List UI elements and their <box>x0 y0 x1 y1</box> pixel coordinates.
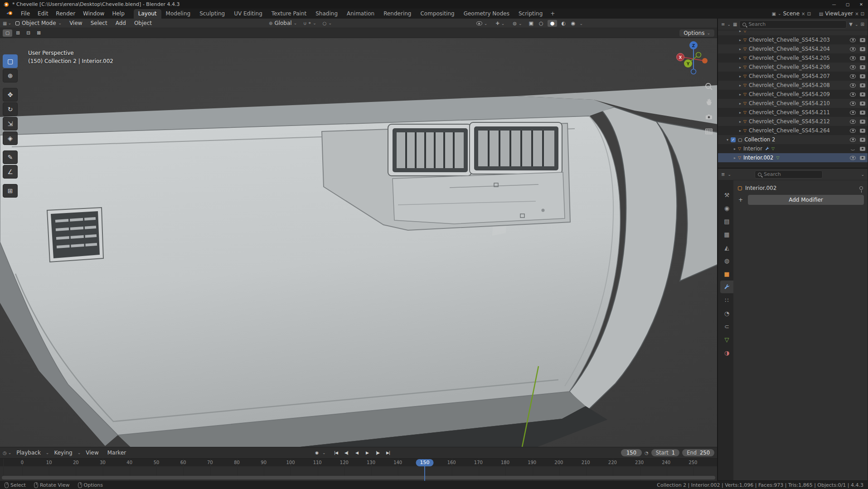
shading-material[interactable]: ◐ <box>560 20 567 26</box>
object-name[interactable]: Chevrolet_Chevelle_SS454.209 <box>749 91 830 97</box>
object-name[interactable]: Chevrolet_Chevelle_SS454.205 <box>749 55 830 61</box>
hide-viewport-icon[interactable] <box>850 138 856 142</box>
expand-icon[interactable]: ▸ <box>737 129 743 133</box>
expand-icon[interactable]: ▸ <box>737 65 743 69</box>
menu-keying[interactable]: Keying <box>50 449 76 457</box>
menu-file[interactable]: File <box>17 10 34 18</box>
outliner-row[interactable]: ▸ ▽ Chevrolet_Chevelle_SS454.204 <box>718 44 868 53</box>
expand-icon[interactable]: ▸ <box>732 156 738 160</box>
editor-type-caret[interactable]: ⌄ <box>8 21 11 25</box>
expand-icon[interactable]: ▸ <box>737 92 743 97</box>
close-button[interactable]: ✕ <box>854 0 868 9</box>
measure-tool[interactable]: ∠ <box>3 165 18 179</box>
menu-edit[interactable]: Edit <box>34 10 52 18</box>
view-layer-tab[interactable]: ▦ <box>720 228 733 241</box>
hide-viewport-icon[interactable] <box>850 38 856 42</box>
select-mode-subtract[interactable]: ⊟ <box>24 29 33 37</box>
outliner-row-clipped[interactable]: ▸ ▽ <box>718 30 868 35</box>
transform-tool[interactable]: ◈ <box>3 131 18 145</box>
menu-select[interactable]: Select <box>87 19 111 27</box>
expand-icon[interactable]: ▸ <box>737 120 743 124</box>
start-frame-field[interactable]: Start 1 <box>651 449 679 456</box>
shading-solid[interactable]: ● <box>548 20 558 27</box>
object-name[interactable]: Interior <box>743 145 762 152</box>
gizmo-x-neg[interactable] <box>702 58 708 63</box>
minimize-button[interactable]: — <box>827 0 841 9</box>
active-object-name[interactable]: Interior.002 <box>743 155 774 161</box>
object-name[interactable]: Chevrolet_Chevelle_SS454.264 <box>749 127 830 134</box>
output-tab[interactable]: ▤ <box>720 215 733 228</box>
expand-icon[interactable]: ▸ <box>737 56 743 60</box>
disable-render-icon[interactable] <box>860 102 865 106</box>
timeline-ruler[interactable]: 0 10 20 30 40 50 60 70 80 90 100 110 120… <box>0 458 717 466</box>
viewlayer-selector[interactable]: ViewLayer <box>825 10 853 17</box>
end-frame-field[interactable]: End 250 <box>682 449 714 456</box>
tab-rendering[interactable]: Rendering <box>379 9 416 19</box>
annotate-tool[interactable]: ✎ <box>3 150 18 164</box>
show-object-types[interactable]: ⌄ <box>474 21 490 26</box>
viewport-3d[interactable]: ▢ ⊞ ⊟ ⊠ Options ⌄ <box>0 28 717 447</box>
hide-viewport-icon[interactable] <box>850 83 856 87</box>
menu-object[interactable]: Object <box>131 19 155 27</box>
object-name[interactable]: Chevrolet_Chevelle_SS454.211 <box>749 109 830 116</box>
add-cube-tool[interactable]: ⊞ <box>3 184 18 198</box>
gizmos-toggle[interactable]: ✚ ⌄ <box>493 21 507 26</box>
expand-icon[interactable]: ▸ <box>737 47 743 51</box>
play-button[interactable]: ▶ <box>363 449 372 457</box>
current-frame-field[interactable]: 150 <box>621 449 642 456</box>
menu-playback[interactable]: Playback <box>13 449 44 457</box>
playhead-frame-badge[interactable]: 150 <box>416 459 434 466</box>
add-modifier-button[interactable]: Add Modifier <box>748 195 864 205</box>
outliner-row[interactable]: ▸ ▽ Chevrolet_Chevelle_SS454.212 <box>718 117 868 126</box>
properties-editor-icon[interactable]: ≣ <box>721 172 725 177</box>
expand-icon[interactable]: ▸ <box>737 74 743 78</box>
menu-render[interactable]: Render <box>52 10 79 18</box>
hide-viewport-icon[interactable] <box>850 102 856 106</box>
shading-caret[interactable]: ⌄ <box>579 21 583 26</box>
tool-tab[interactable]: ⚒ <box>720 189 733 201</box>
jump-to-start-button[interactable]: |◀ <box>331 449 341 457</box>
outliner-row[interactable]: ▸ ▽ Chevrolet_Chevelle_SS454.206 <box>718 63 868 72</box>
overlays-toggle[interactable]: ◍ ⌄ <box>510 21 524 26</box>
move-tool[interactable]: ✥ <box>3 88 18 102</box>
snapping-toggle[interactable]: ∪ ⌖ ⌄ <box>301 20 319 26</box>
disable-render-icon[interactable] <box>860 47 865 51</box>
collection-name[interactable]: Collection 2 <box>744 136 775 143</box>
outliner-row[interactable]: ▸ ▽ Chevrolet_Chevelle_SS454.205 <box>718 53 868 63</box>
transform-orientation[interactable]: ⊕ Global ⌄ <box>266 20 300 26</box>
modifier-extras-icon[interactable]: + <box>736 195 745 204</box>
hide-viewport-icon[interactable] <box>850 65 856 69</box>
tab-uv-editing[interactable]: UV Editing <box>229 9 267 19</box>
disable-render-icon[interactable] <box>860 65 865 69</box>
shading-wireframe[interactable]: ○ <box>538 20 545 26</box>
world-tab[interactable]: ◍ <box>720 254 733 267</box>
object-name[interactable]: Chevrolet_Chevelle_SS454.203 <box>749 37 830 43</box>
material-tab[interactable]: ◑ <box>720 346 733 359</box>
tab-geometry-nodes[interactable]: Geometry Nodes <box>459 9 514 19</box>
play-reverse-button[interactable]: ◀ <box>352 449 362 457</box>
outliner-row[interactable]: ▸ ▽ Chevrolet_Chevelle_SS454.210 <box>718 99 868 108</box>
object-name[interactable]: Chevrolet_Chevelle_SS454.208 <box>749 82 830 88</box>
object-name[interactable]: Chevrolet_Chevelle_SS454.212 <box>749 118 830 125</box>
scene-selector[interactable]: Scene <box>783 10 800 17</box>
scene-new-icon[interactable]: ⊡ <box>807 11 810 16</box>
mode-selector[interactable]: Object Mode ⌄ <box>12 19 65 27</box>
expand-icon[interactable]: ▸ <box>737 111 743 115</box>
hide-viewport-icon[interactable] <box>850 92 856 97</box>
timeline-scrollbar[interactable] <box>2 476 715 479</box>
outliner-row-interior002[interactable]: ▸ ▽ Interior.002 ▽ <box>718 153 868 162</box>
playhead-line[interactable] <box>424 466 425 481</box>
tab-animation[interactable]: Animation <box>342 9 379 19</box>
properties-options-caret[interactable]: ⌄ <box>861 172 864 177</box>
menu-view[interactable]: View <box>66 19 86 27</box>
blender-menu-icon[interactable] <box>3 10 17 18</box>
zoom-icon[interactable] <box>704 82 714 92</box>
menu-window[interactable]: Window <box>79 10 108 18</box>
constraints-tab[interactable]: ⊂ <box>720 320 733 333</box>
outliner-row[interactable]: ▸ ▽ Chevrolet_Chevelle_SS454.264 <box>718 126 868 135</box>
hide-viewport-icon[interactable] <box>850 111 856 115</box>
hide-viewport-icon[interactable] <box>850 156 856 160</box>
tab-layout[interactable]: Layout <box>134 9 161 19</box>
viewlayer-new-icon[interactable]: ⊡ <box>861 11 864 16</box>
outliner-row[interactable]: ▸ ▽ Chevrolet_Chevelle_SS454.208 <box>718 81 868 90</box>
